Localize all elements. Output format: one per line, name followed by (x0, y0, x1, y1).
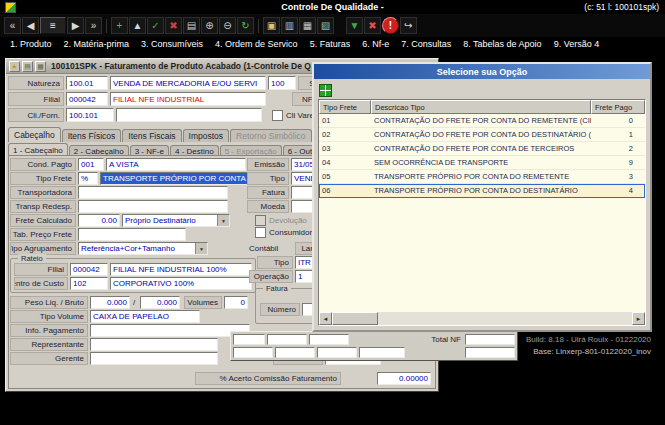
tipo-volume-field[interactable]: CAIXA DE PAPELAO (90, 310, 200, 323)
transportadora-field[interactable] (78, 186, 228, 199)
centro-custo-code-field[interactable]: 102 (70, 277, 108, 290)
scroll-right-icon[interactable] (632, 312, 645, 325)
freight-type-row-selected[interactable]: 06 TRANSPORTE PRÓPRIO POR CONTA DO DESTI… (319, 184, 645, 198)
column-header-frete-pago[interactable]: Frete Pago (591, 100, 645, 114)
menu-item-nfe[interactable]: 6. Nf-e (356, 39, 395, 49)
volumes-field[interactable]: 0 (224, 296, 248, 309)
zoom-out-icon[interactable]: ⊖ (219, 17, 236, 34)
filter-icon[interactable]: ▼ (346, 17, 363, 34)
chart-icon[interactable]: ▧ (317, 17, 334, 34)
tab-preco-frete-field[interactable] (78, 228, 186, 241)
column-header-descricao-tipo[interactable]: Descricao Tipo (371, 100, 591, 114)
cond-pagto-label: Cond. Pagto (10, 158, 76, 171)
rateio-filial-code-field[interactable]: 000042 (70, 263, 108, 276)
total-field[interactable] (233, 334, 265, 345)
gerente-field[interactable] (90, 352, 218, 365)
delete-icon[interactable]: ✖ (364, 17, 381, 34)
menu-item-materia-prima[interactable]: 2. Matéria-prima (58, 39, 136, 49)
tipo-frete-desc-field[interactable]: TRANSPORTE PRÓPRIO POR CONTA D (100, 172, 250, 185)
total-field[interactable] (317, 347, 357, 358)
copy-icon[interactable]: ▣ (263, 17, 280, 34)
alert-icon[interactable]: ! (382, 17, 399, 34)
exit-icon[interactable] (319, 84, 332, 97)
menu-item-consultas[interactable]: 7. Consultas (395, 39, 457, 49)
scrollbar-thumb[interactable] (332, 312, 378, 325)
last-record-icon[interactable]: » (85, 17, 102, 34)
total-field[interactable] (359, 347, 405, 358)
frete-tipo-select[interactable]: Próprio Destinatário (122, 214, 230, 227)
freight-desc-cell: CONTRATAÇÃO DO FRETE POR CONTA DO DESTIN… (371, 128, 591, 141)
confirm-icon[interactable]: ✓ (147, 17, 164, 34)
checkbox-icon[interactable] (255, 215, 266, 226)
rateio-filial-desc-field[interactable]: FILIAL NFE INDUSTRIAL 100% (110, 263, 252, 276)
tab-retorno-simbolico[interactable]: Retorno Simbólico (230, 129, 311, 142)
chevron-down-icon[interactable] (195, 243, 207, 254)
checkbox-icon[interactable] (255, 227, 266, 238)
natureza-num-field[interactable]: 100 (268, 76, 296, 90)
cli-forn-code-field[interactable]: 100.101 (66, 108, 114, 122)
cli-forn-desc-field[interactable] (116, 108, 262, 122)
horizontal-scrollbar[interactable] (319, 312, 645, 325)
refresh-icon[interactable]: ↻ (237, 17, 254, 34)
info-pagamento-field[interactable] (90, 324, 250, 337)
peso-bruto-field[interactable]: 0.000 (140, 296, 180, 309)
checkbox-icon[interactable] (272, 110, 283, 121)
freight-type-row[interactable]: 02 CONTRATAÇÃO DO FRETE POR CONTA DO DES… (319, 128, 645, 142)
column-header-tipo-frete[interactable]: Tipo Frete (319, 100, 371, 114)
calculator-icon[interactable]: ▦ (299, 17, 316, 34)
tipo-frete-code-field[interactable]: % (78, 172, 98, 185)
first-record-icon[interactable]: « (4, 17, 21, 34)
natureza-code-field[interactable]: 100.01 (66, 76, 108, 90)
chevron-down-icon[interactable] (217, 215, 229, 226)
acerto-comissao-field[interactable]: 0.00000 (377, 372, 431, 385)
tab-itens-fisicos[interactable]: Itens Físicos (62, 129, 122, 142)
next-record-icon[interactable]: ▶ (67, 17, 84, 34)
menu-item-ordem-de-servico[interactable]: 4. Ordem de Servico (209, 39, 304, 49)
previous-record-icon[interactable]: ◀ (22, 17, 39, 34)
tab-impostos[interactable]: Impostos (183, 129, 230, 142)
tab-itens-fiscais[interactable]: Itens Fiscais (122, 129, 181, 142)
menu-item-tabelas-de-apoio[interactable]: 8. Tabelas de Apoio (457, 39, 547, 49)
representante-field[interactable] (90, 338, 218, 351)
freight-type-row[interactable]: 01 CONTRATAÇÃO DO FRETE POR CONTA DO REM… (319, 114, 645, 128)
menu-item-produto[interactable]: 1. Produto (4, 39, 58, 49)
total-field[interactable] (267, 334, 307, 345)
dialog-titlebar[interactable]: Selecione sua Opção (314, 64, 650, 79)
window-tool-print-icon[interactable]: ▤ (22, 61, 33, 72)
filial-code-field[interactable]: 000042 (66, 92, 108, 106)
zoom-in-icon[interactable]: ⊕ (201, 17, 218, 34)
scrollbar-track[interactable] (378, 312, 632, 325)
window-tool-grid-icon[interactable]: ▦ (35, 61, 46, 72)
total-field[interactable] (275, 347, 315, 358)
window-tool-star-icon[interactable]: ★ (9, 61, 20, 72)
tipo-agrupamento-select[interactable]: Referência+Cor+Tamanho (78, 242, 208, 255)
freight-type-row[interactable]: 04 SEM OCORRÊNCIA DE TRANSPORTE 9 (319, 156, 645, 170)
freight-type-row[interactable]: 05 TRANSPORTE PRÓPRIO POR CONTA DO REMET… (319, 170, 645, 184)
tab-cabecalho[interactable]: Cabeçalho (8, 127, 61, 142)
transp-redesp-field[interactable] (78, 200, 228, 213)
menu-item-versao-4[interactable]: 9. Versão 4 (548, 39, 606, 49)
print-icon[interactable]: ▤ (183, 17, 200, 34)
record-list-icon[interactable]: ≡ (40, 17, 66, 34)
centro-custo-desc-field[interactable]: CORPORATIVO 100% (110, 277, 252, 290)
frete-calculado-field[interactable]: 0.00 (78, 214, 120, 227)
peso-label: Peso Liq. / Bruto (10, 296, 88, 309)
total-field[interactable] (233, 347, 273, 358)
filial-desc-field[interactable]: FILIAL NFE INDUSTRIAL (110, 92, 266, 106)
exit-app-icon[interactable]: ↪ (400, 17, 417, 34)
scroll-left-icon[interactable] (319, 312, 332, 325)
total-nf-field[interactable] (465, 334, 515, 345)
devolucao-checkbox[interactable]: Devolução (255, 215, 307, 226)
total-field[interactable] (465, 347, 515, 358)
cond-pagto-desc-field[interactable]: A VISTA (106, 158, 246, 171)
menu-item-faturas[interactable]: 5. Faturas (304, 39, 357, 49)
add-icon[interactable]: + (111, 17, 128, 34)
peso-liq-field[interactable]: 0.000 (90, 296, 130, 309)
cancel-icon[interactable]: ✖ (165, 17, 182, 34)
freight-type-row[interactable]: 03 CONTRATAÇÃO DO FRETE POR CONTA DE TER… (319, 142, 645, 156)
documents-icon[interactable]: ▥ (281, 17, 298, 34)
cond-pagto-code-field[interactable]: 001 (78, 158, 104, 171)
natureza-desc-field[interactable]: VENDA DE MERCADORIA E/OU SERVI (110, 76, 266, 90)
up-icon[interactable]: ▲ (129, 17, 146, 34)
menu-item-consumiveis[interactable]: 3. Consumíveis (135, 39, 209, 49)
